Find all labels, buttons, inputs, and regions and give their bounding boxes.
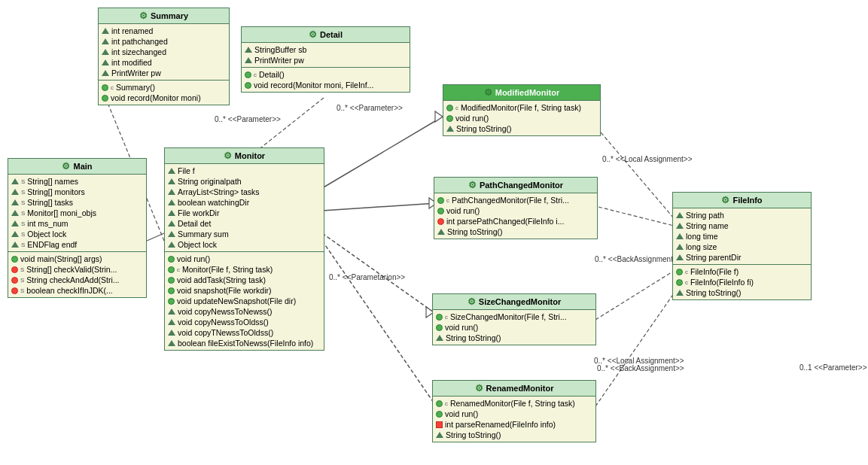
- attr-row: ArrayList<String> tasks: [165, 187, 324, 197]
- visibility-triangle: [168, 220, 175, 226]
- class-main-header: ⚙ Main: [8, 159, 146, 175]
- attr-row: PrintWriter pw: [99, 68, 229, 78]
- method-row: void copyTNewssToOldss(): [165, 327, 324, 338]
- visibility-circle: [11, 256, 18, 263]
- visibility-triangle: [168, 199, 175, 205]
- visibility-triangle: [102, 59, 109, 65]
- class-main-title: Main: [73, 162, 92, 171]
- class-modified-monitor-header: ⚙ ModifiedMonitor: [443, 85, 600, 101]
- method-row: void run(): [443, 113, 600, 123]
- attr-row: String path: [673, 210, 811, 220]
- visibility-circle: [102, 84, 108, 91]
- visibility-triangle: [676, 290, 684, 296]
- svg-line-12: [598, 207, 674, 226]
- method-row: void updateNewSnapshot(File dir): [165, 296, 324, 306]
- class-detail-header: ⚙ Detail: [242, 27, 410, 43]
- class-size-methods: cSizeChangedMonitor(File f, Stri... void…: [433, 310, 595, 345]
- class-fileinfo-attrs: String path String name long time long s…: [673, 208, 811, 265]
- visibility-circle: [245, 82, 251, 89]
- svg-marker-4: [435, 111, 443, 122]
- visibility-circle-red: [11, 277, 18, 284]
- method-row: void run(): [165, 254, 324, 264]
- visibility-triangle: [168, 189, 175, 195]
- visibility-triangle: [168, 319, 175, 325]
- visibility-triangle: [102, 38, 109, 44]
- method-row: void run(): [433, 322, 595, 333]
- class-main-methods: void main(String[] args) SString[] check…: [8, 252, 146, 297]
- attr-row: SString[] names: [8, 176, 146, 187]
- visibility-circle: [446, 105, 453, 111]
- visibility-triangle: [102, 49, 109, 55]
- svg-text:0..* <<Parameter>>: 0..* <<Parameter>>: [337, 104, 403, 112]
- attr-row: Sint ms_num: [8, 218, 146, 229]
- method-row: String toString(): [443, 123, 600, 134]
- visibility-circle: [168, 277, 175, 284]
- svg-text:0..* <<Parametarion>>: 0..* <<Parametarion>>: [329, 273, 405, 281]
- visibility-triangle: [11, 178, 19, 184]
- svg-text:0..1 <<Parameter>>: 0..1 <<Parameter>>: [799, 363, 867, 372]
- visibility-triangle: [676, 244, 684, 250]
- attr-row: File f: [165, 166, 324, 176]
- visibility-circle: [168, 266, 175, 273]
- attr-row: boolean watchingDir: [165, 197, 324, 208]
- method-row: cFileInfo(FileInfo fi): [673, 277, 811, 287]
- gear-icon: ⚙: [468, 180, 477, 190]
- visibility-triangle: [676, 254, 684, 260]
- attr-row: long time: [673, 231, 811, 242]
- method-row: void record(Monitor moni, FileInf...: [242, 80, 410, 90]
- visibility-circle: [102, 95, 108, 102]
- method-row: String toString(): [434, 226, 597, 237]
- class-detail-attrs: StringBuffer sb PrintWriter pw: [242, 43, 410, 68]
- method-row: String toString(): [673, 287, 811, 298]
- attr-row: SObject lock: [8, 229, 146, 239]
- visibility-triangle: [168, 308, 175, 315]
- class-monitor-title: Monitor: [235, 151, 265, 160]
- attr-row: PrintWriter pw: [242, 55, 410, 65]
- visibility-triangle: [436, 432, 443, 438]
- method-row: void run(): [434, 205, 597, 216]
- visibility-circle: [168, 298, 175, 305]
- gear-icon: ⚙: [139, 11, 148, 21]
- class-path-changed-monitor-title: PathChangedMonitor: [480, 181, 563, 190]
- class-detail-methods: cDetail() void record(Monitor moni, File…: [242, 68, 410, 92]
- visibility-triangle: [245, 47, 252, 53]
- svg-text:0..* <<Local Assignment>>: 0..* <<Local Assignment>>: [602, 155, 693, 163]
- attr-row: String parentDir: [673, 252, 811, 263]
- class-fileinfo-methods: cFileInfo(File f) cFileInfo(FileInfo fi)…: [673, 265, 811, 299]
- class-path-methods: cPathChangedMonitor(File f, Stri... void…: [434, 193, 597, 239]
- visibility-triangle: [11, 231, 19, 237]
- visibility-triangle: [168, 340, 175, 346]
- visibility-circle: [676, 269, 683, 275]
- class-monitor-header: ⚙ Monitor: [165, 148, 324, 164]
- visibility-circle: [676, 279, 683, 286]
- gear-icon: ⚙: [309, 29, 317, 40]
- visibility-circle: [446, 115, 453, 122]
- method-row: int parseRenamed(FileInfo info): [433, 419, 595, 430]
- visibility-triangle: [168, 178, 175, 184]
- visibility-circle: [436, 314, 443, 321]
- visibility-circle: [437, 197, 444, 204]
- visibility-triangle: [168, 231, 175, 237]
- visibility-triangle: [676, 212, 684, 218]
- attr-row: StringBuffer sb: [242, 44, 410, 55]
- class-renamed-monitor: ⚙ RenamedMonitor cRenamedMonitor(File f,…: [432, 380, 596, 442]
- gear-icon: ⚙: [468, 296, 476, 307]
- method-row: String toString(): [433, 430, 595, 440]
- method-row: cDetail(): [242, 69, 410, 80]
- method-row: void addTask(String task): [165, 275, 324, 285]
- svg-line-14: [595, 271, 674, 320]
- class-detail-title: Detail: [320, 30, 343, 39]
- class-size-changed-monitor-title: SizeChangedMonitor: [479, 297, 561, 306]
- visibility-circle: [168, 287, 175, 294]
- class-summary-attrs: int renamed int pathchanged int sizechan…: [99, 24, 229, 81]
- visibility-triangle: [676, 223, 684, 229]
- visibility-triangle: [11, 199, 19, 205]
- attr-row: SString[] monitors: [8, 187, 146, 197]
- method-row: cRenamedMonitor(File f, String task): [433, 398, 595, 409]
- class-renamed-monitor-title: RenamedMonitor: [486, 384, 554, 393]
- class-fileinfo-title: FileInfo: [732, 196, 762, 205]
- class-renamed-monitor-header: ⚙ RenamedMonitor: [433, 381, 595, 397]
- svg-line-16: [595, 293, 674, 406]
- svg-line-7: [322, 233, 434, 312]
- visibility-triangle: [102, 28, 109, 34]
